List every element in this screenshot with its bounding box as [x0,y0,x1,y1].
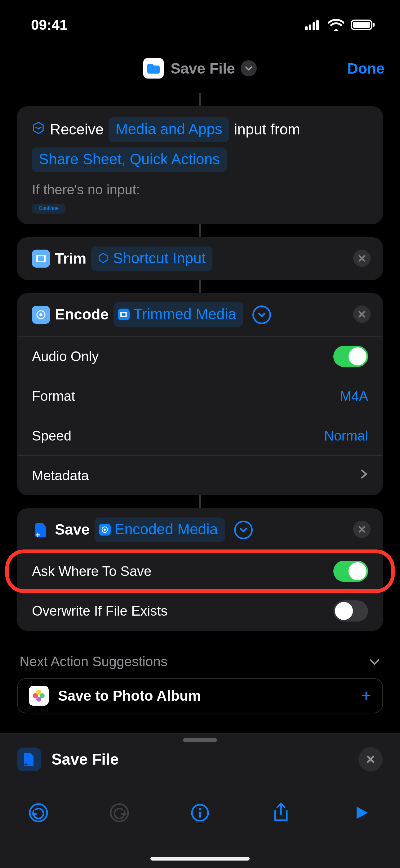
chevron-down-icon [369,654,380,669]
collapse-toggle-icon[interactable] [253,306,271,324]
status-time: 09:41 [31,17,68,33]
undo-button[interactable] [25,799,52,827]
option-ask-where-to-save[interactable]: Ask Where To Save [17,551,383,591]
info-button[interactable] [186,799,214,827]
suggestions-header[interactable]: Next Action Suggestions [17,654,383,669]
trim-variable-token[interactable]: Shortcut Input [91,247,212,271]
encode-app-icon [32,306,50,324]
delete-action-button[interactable] [353,250,371,267]
grabber-icon[interactable] [183,738,217,742]
receive-input-types-token[interactable]: Media and Apps [108,117,229,142]
share-button[interactable] [267,799,295,827]
svg-rect-8 [36,255,38,262]
svg-rect-14 [126,312,127,317]
trim-app-icon [32,250,50,268]
option-metadata[interactable]: Metadata [17,456,383,495]
picker-close-button[interactable] [359,747,382,771]
option-speed[interactable]: Speed Normal [17,416,383,456]
title-bar: Save File Done [0,50,400,87]
trim-verb: Trim [55,249,86,269]
overwrite-switch[interactable] [333,600,368,621]
encode-verb: Encode [55,305,108,325]
picker-label: Save File [52,750,119,768]
option-format[interactable]: Format M4A [17,376,383,416]
save-header: Save Encoded Media [17,508,383,551]
svg-point-11 [39,313,42,316]
svg-rect-5 [353,22,370,28]
connector [199,495,201,508]
svg-point-21 [33,693,38,698]
redo-button [106,799,133,827]
shortcuts-input-icon [32,120,45,140]
run-button[interactable] [348,799,375,827]
save-variable-token[interactable]: Encoded Media [95,518,225,542]
save-file-picker-icon [18,748,41,771]
done-button[interactable]: Done [347,60,385,77]
add-suggestion-icon[interactable]: + [361,685,371,706]
speed-value: Normal [324,428,368,444]
ask-where-to-save-switch[interactable] [333,561,368,582]
action-trim: Trim Shortcut Input [17,237,383,280]
cellular-icon [305,20,321,30]
svg-rect-3 [316,20,319,30]
chevron-right-icon [359,468,368,483]
trim-header: Trim Shortcut Input [17,237,383,280]
magic-variable-icon [99,524,111,535]
magic-variable-icon [98,248,108,269]
editor-toolbar [0,785,400,868]
receive-header: Receive Media and Apps input from Share … [17,106,383,182]
connector [199,280,201,293]
encode-header: Encode Trimmed Media [17,293,383,336]
action-save: Save Encoded Media Ask Where To Save Ove… [17,508,383,631]
photos-app-icon [29,686,49,706]
option-overwrite-if-exists[interactable]: Overwrite If File Exists [17,591,383,631]
status-indicators [305,19,375,31]
svg-rect-12 [122,312,126,317]
no-input-label: If there's no input: [17,182,383,201]
shortcut-title[interactable]: Save File [171,60,235,77]
magic-variable-icon [118,309,130,320]
action-search-bar[interactable]: Save File [0,733,400,785]
format-value: M4A [340,389,368,404]
collapse-toggle-icon[interactable] [234,521,253,539]
encode-variable-token[interactable]: Trimmed Media [113,302,243,327]
battery-icon [351,19,375,30]
wifi-icon [328,19,344,31]
receive-word: Receive [50,120,104,140]
svg-rect-0 [305,26,308,30]
svg-point-17 [104,528,106,531]
audio-only-switch[interactable] [333,346,368,367]
option-audio-only[interactable]: Audio Only [17,336,383,376]
action-receive: Receive Media and Apps input from Share … [17,106,383,224]
svg-point-26 [199,808,201,810]
connector [199,224,201,237]
delete-action-button[interactable] [353,306,371,323]
suggestion-save-to-photo-album[interactable]: Save to Photo Album + [17,678,383,713]
shortcut-folder-icon [143,58,164,79]
svg-rect-13 [120,312,122,317]
receive-from-word: input from [234,120,300,140]
svg-rect-27 [199,811,201,818]
delete-action-button[interactable] [353,521,371,538]
save-app-icon [32,521,50,539]
receive-sources-token[interactable]: Share Sheet, Quick Actions [32,148,227,172]
svg-rect-2 [312,22,315,30]
action-encode: Encode Trimmed Media Audio Only Format M… [17,293,383,495]
status-bar: 09:41 [0,0,400,50]
svg-rect-7 [37,256,44,261]
connector [199,93,201,106]
save-verb: Save [55,520,90,540]
no-input-behavior-token[interactable]: Continue [32,204,65,214]
home-indicator [151,857,249,861]
svg-rect-9 [44,255,46,262]
svg-rect-6 [373,23,374,27]
title-menu-chevron-icon[interactable] [241,60,257,76]
svg-rect-1 [309,25,311,30]
